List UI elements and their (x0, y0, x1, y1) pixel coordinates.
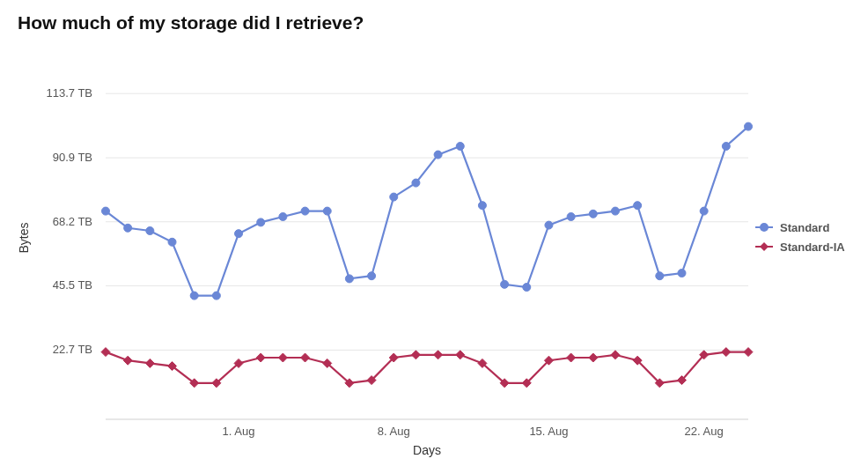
x-tick-label: 8. Aug (378, 425, 410, 438)
data-point (345, 275, 353, 283)
series-line-standard (106, 127, 748, 296)
data-point (235, 230, 243, 238)
data-point (545, 221, 553, 229)
legend-item-standard-ia[interactable]: Standard-IA (755, 240, 845, 254)
data-point (434, 151, 442, 159)
data-point (456, 143, 464, 151)
data-point (323, 207, 331, 215)
data-point (390, 193, 398, 201)
y-tick-label: 113.7 TB (46, 86, 92, 100)
data-point (722, 143, 730, 151)
data-point (744, 348, 753, 357)
series-line-standard-ia (106, 352, 748, 383)
data-point (102, 207, 110, 215)
y-tick-label: 45.5 TB (53, 278, 92, 292)
data-point (279, 213, 287, 221)
data-point (589, 353, 598, 362)
data-point (301, 207, 309, 215)
x-tick-label: 15. Aug (529, 425, 568, 438)
y-tick-label: 90.9 TB (53, 151, 92, 164)
data-point (123, 356, 132, 365)
data-point (124, 224, 132, 232)
data-point (589, 210, 597, 218)
data-point (456, 351, 465, 359)
legend-label: Standard (780, 221, 829, 234)
data-point (368, 272, 376, 280)
x-axis-label: Days (413, 443, 441, 457)
data-point (678, 270, 686, 277)
data-point (634, 202, 642, 210)
data-point (168, 238, 176, 246)
data-point (190, 292, 198, 300)
data-point (256, 353, 265, 362)
data-point (212, 292, 220, 300)
x-tick-label: 22. Aug (685, 425, 724, 438)
legend-item-standard[interactable]: Standard (755, 221, 829, 234)
data-point (611, 207, 619, 215)
data-point (145, 359, 154, 367)
data-point (278, 353, 287, 362)
y-tick-label: 22.7 TB (53, 343, 92, 356)
data-point (501, 280, 509, 288)
data-point (257, 218, 265, 226)
legend-label: Standard-IA (780, 240, 845, 254)
data-point (700, 207, 708, 215)
data-point (412, 179, 420, 187)
data-point (745, 122, 753, 130)
data-point (656, 272, 664, 280)
chart-legend: StandardStandard-IA (755, 221, 845, 254)
data-point (567, 213, 575, 221)
data-point (146, 227, 154, 235)
data-point (434, 351, 443, 359)
data-point (722, 348, 731, 357)
data-point (611, 351, 620, 359)
x-tick-label: 1. Aug (223, 425, 255, 438)
data-point (411, 351, 420, 359)
data-point (101, 348, 110, 357)
line-chart: 22.7 TB45.5 TB68.2 TB90.9 TB113.7 TB 1. … (0, 0, 868, 466)
y-tick-label: 68.2 TB (53, 215, 92, 228)
data-point (478, 202, 486, 210)
data-point (567, 353, 576, 362)
data-point (523, 284, 531, 292)
data-point (301, 353, 310, 362)
y-axis-label: Bytes (17, 222, 31, 253)
